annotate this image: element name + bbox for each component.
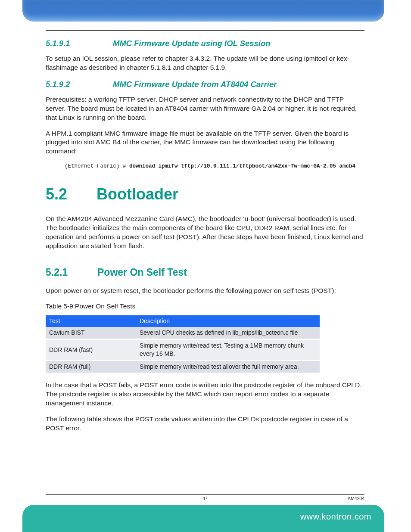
paragraph: The following table shows the POST code … [46,415,364,433]
table-row: DDR RAM (fast) Simple memory write/read … [46,339,320,361]
document-id: AM4204 [348,495,364,501]
table-cell: Simple memory write/read test. Testing a… [136,339,320,361]
table-header-cell: Test [46,315,136,327]
page-header-banner [22,0,384,22]
table-header-cell: Description [136,315,320,327]
heading-5.2: 5.2 Bootloader [46,184,364,205]
heading-number: 5.2 [46,184,97,205]
paragraph: In the case that a POST fails, a POST er… [46,381,364,408]
table-header-row: Test Description [46,315,320,327]
paragraph: Upon power on or system reset, the bootl… [46,286,364,296]
heading-text: MMC Firmware Update from AT8404 Carrier [113,79,277,90]
shell-command: download ipmifw tftp://10.0.111.1/tftpbo… [129,163,355,169]
table-row: DDR RAM (full) Simple memory write/read … [46,360,320,373]
table-cell: DDR RAM (fast) [46,339,136,361]
paragraph: To setup an IOL session, please refer to… [46,54,364,72]
code-block: (Ethernet Fabric) # download ipmifw tftp… [65,163,364,170]
paragraph: A HPM.1 compliant MMC firmware image fil… [46,129,364,156]
heading-text: Bootloader [97,184,178,205]
page-footer: 47 AM4204 [46,494,364,501]
table-cell: DDR RAM (full) [46,360,136,373]
heading-number: 5.1.9.1 [46,38,113,49]
table-cell: Several CPU checks as defined in lib_mip… [136,327,320,339]
page-content: 5.1.9.1 MMC Firmware Update using IOL Se… [46,30,364,439]
table-caption: Table 5-9:Power On Self Tests [46,302,364,311]
top-rule [46,30,364,31]
paragraph: Prerequisites: a working TFTP server, DH… [46,95,364,122]
table-row: Cavium BIST Several CPU checks as define… [46,327,320,339]
heading-text: Power On Self Test [97,266,187,279]
paragraph: On the AM4204 Advanced Mezzanine Card (A… [46,215,364,251]
table-cell: Simple memory write/read test allover th… [136,360,320,373]
footer-url: www.kontron.com [300,511,371,523]
heading-text: MMC Firmware Update using IOL Session [113,38,271,49]
heading-5.1.9.1: 5.1.9.1 MMC Firmware Update using IOL Se… [46,38,364,49]
heading-5.2.1: 5.2.1 Power On Self Test [46,266,364,279]
page-footer-banner: www.kontron.com [22,505,384,532]
shell-prompt: (Ethernet Fabric) # [65,163,129,169]
heading-number: 5.1.9.2 [46,79,113,90]
table-cell: Cavium BIST [46,327,136,339]
page-number: 47 [202,495,208,501]
heading-5.1.9.2: 5.1.9.2 MMC Firmware Update from AT8404 … [46,79,364,90]
post-tests-table: Test Description Cavium BIST Several CPU… [46,315,320,373]
heading-number: 5.2.1 [46,266,97,279]
